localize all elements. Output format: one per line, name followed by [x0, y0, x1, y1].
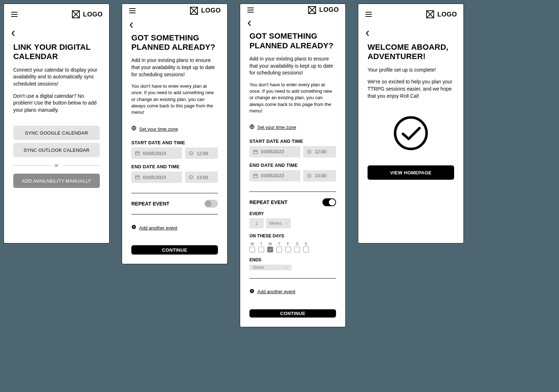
- menu-icon[interactable]: [365, 10, 373, 18]
- logo-mark-icon: [72, 10, 80, 19]
- clock-icon: [307, 149, 312, 154]
- svg-rect-8: [136, 152, 140, 155]
- add-event-link[interactable]: Add another event: [257, 289, 295, 294]
- screen-add-event-repeat-on: LOGO GOT SOMETHING PLANNED ALREADY? Add …: [240, 4, 346, 327]
- day-checkbox-fri[interactable]: [285, 247, 291, 252]
- end-date-input[interactable]: 03/05/2023: [131, 171, 182, 183]
- page-title: GOT SOMETHING PLANNED ALREADY?: [249, 32, 336, 50]
- back-icon[interactable]: [129, 22, 138, 28]
- calendar-icon: [253, 149, 258, 154]
- clock-icon: [189, 151, 194, 156]
- svg-point-34: [395, 117, 427, 149]
- globe-icon: [131, 126, 136, 132]
- start-date-input[interactable]: 03/05/2023: [249, 146, 300, 158]
- screen-welcome: LOGO WELCOME ABOARD, ADVENTURER! Your pr…: [358, 4, 464, 243]
- continue-button[interactable]: CONTINUE: [131, 245, 218, 255]
- day-checkbox-wed[interactable]: [267, 247, 273, 252]
- or-text: or: [55, 163, 59, 168]
- svg-rect-25: [254, 174, 258, 178]
- start-label: START DATE AND TIME: [249, 139, 336, 144]
- menu-icon[interactable]: [128, 7, 136, 15]
- ends-select[interactable]: Never: [249, 265, 292, 270]
- logo-mark-icon: [426, 10, 434, 19]
- logo: LOGO: [190, 6, 221, 15]
- screen-add-event-repeat-off: LOGO GOT SOMETHING PLANNED ALREADY? Add …: [122, 4, 228, 264]
- days-label: ON THESE DAYS: [249, 233, 336, 238]
- day-checkbox-sun[interactable]: [303, 247, 309, 252]
- top-bar: LOGO: [128, 4, 221, 18]
- top-bar: LOGO: [247, 4, 339, 16]
- logo-mark-icon: [308, 6, 316, 14]
- or-divider: or: [13, 163, 100, 168]
- logo-text: LOGO: [437, 11, 457, 18]
- globe-icon: [249, 124, 254, 131]
- days-row: M T W T F S S: [249, 242, 336, 252]
- separator: [131, 193, 218, 193]
- chevron-down-icon: [285, 222, 288, 225]
- timezone-link-row[interactable]: Set your time zone: [131, 126, 218, 132]
- every-label: EVERY: [249, 211, 336, 216]
- start-time-input[interactable]: 12:00: [185, 147, 218, 159]
- add-event-link-row[interactable]: Add another event: [131, 224, 218, 231]
- day-checkbox-tue[interactable]: [258, 247, 264, 252]
- svg-rect-22: [254, 150, 258, 154]
- repeat-toggle[interactable]: [204, 200, 218, 208]
- back-icon[interactable]: [365, 29, 374, 38]
- add-manually-button[interactable]: ADD AVAILABILITY MANUALLY: [13, 174, 100, 188]
- end-time-input[interactable]: 13:00: [303, 170, 336, 182]
- end-label: END DATE AND TIME: [249, 163, 336, 168]
- day-checkbox-thu[interactable]: [276, 247, 282, 252]
- intro-text-2: You don't have to enter every plan at on…: [249, 82, 336, 114]
- logo: LOGO: [72, 10, 103, 19]
- calendar-icon: [135, 151, 140, 156]
- add-event-link-row[interactable]: Add another event: [249, 289, 336, 295]
- intro-text-1: Add in your existing plans to ensure tha…: [249, 55, 336, 77]
- end-label: END DATE AND TIME: [131, 164, 218, 169]
- back-icon[interactable]: [11, 29, 20, 38]
- separator: [131, 214, 218, 214]
- start-time-input[interactable]: 12:00: [303, 146, 336, 158]
- clock-icon: [189, 175, 194, 180]
- plus-circle-icon: [131, 224, 136, 231]
- intro-text-1: Add in your existing plans to ensure tha…: [131, 57, 218, 78]
- menu-icon[interactable]: [247, 6, 254, 14]
- plus-circle-icon: [249, 289, 254, 295]
- timezone-link[interactable]: Set your time zone: [139, 126, 178, 132]
- every-unit-select[interactable]: Weeks: [266, 218, 291, 228]
- clock-icon: [307, 173, 312, 178]
- intro-text-2: Don't use a digital calendar? No problem…: [13, 93, 100, 114]
- top-bar: LOGO: [10, 4, 103, 25]
- timezone-link-row[interactable]: Set your time zone: [249, 124, 336, 131]
- logo: LOGO: [426, 10, 457, 19]
- continue-button[interactable]: CONTINUE: [249, 309, 336, 318]
- every-count-input[interactable]: 1: [249, 218, 264, 228]
- end-time-input[interactable]: 13:00: [185, 171, 218, 183]
- menu-icon[interactable]: [10, 10, 18, 18]
- page-title: LINK YOUR DIGITAL CALENDAR: [13, 43, 100, 62]
- separator: [249, 278, 336, 279]
- sync-outlook-button[interactable]: SYNC OUTLOOK CALENDAR: [13, 143, 100, 157]
- repeat-label: REPEAT EVENT: [249, 199, 287, 205]
- logo-text: LOGO: [201, 7, 221, 14]
- end-date-input[interactable]: 03/05/2023: [249, 170, 300, 182]
- view-homepage-button[interactable]: VIEW HOMEPAGE: [368, 165, 454, 180]
- day-checkbox-sat[interactable]: [294, 247, 300, 252]
- day-checkbox-mon[interactable]: [249, 247, 255, 252]
- start-label: START DATE AND TIME: [131, 140, 218, 145]
- back-icon[interactable]: [247, 20, 256, 26]
- svg-rect-11: [136, 176, 140, 179]
- calendar-icon: [253, 173, 258, 178]
- repeat-toggle[interactable]: [322, 198, 336, 206]
- sync-google-button[interactable]: SYNC GOOGLE CALENDAR: [13, 126, 100, 140]
- start-date-input[interactable]: 03/05/2023: [131, 147, 182, 159]
- screen-link-calendar: LOGO LINK YOUR DIGITAL CALENDAR Connect …: [4, 4, 110, 243]
- logo: LOGO: [308, 6, 339, 14]
- calendar-icon: [135, 175, 140, 180]
- add-event-link[interactable]: Add another event: [139, 225, 177, 231]
- page-title: GOT SOMETHING PLANNED ALREADY?: [131, 33, 218, 52]
- ends-label: ENDS: [249, 257, 336, 262]
- separator: [249, 192, 336, 192]
- timezone-link[interactable]: Set your time zone: [257, 125, 296, 130]
- chevron-down-icon: [285, 266, 288, 269]
- intro-text-1: Your profile set up is complete!: [368, 67, 454, 74]
